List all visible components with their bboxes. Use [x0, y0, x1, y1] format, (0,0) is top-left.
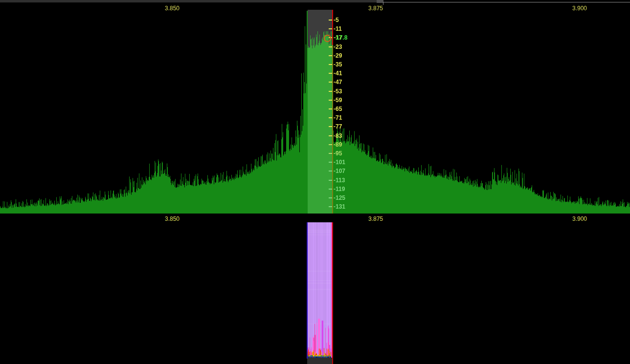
freq-label: 3.850 — [165, 216, 180, 222]
db-axis-label: -125 — [334, 195, 345, 201]
db-axis-label: -95 — [334, 150, 342, 156]
freq-label: 3.850 — [165, 5, 180, 11]
tuning-line[interactable] — [332, 10, 333, 45]
freq-label: 3.875 — [368, 216, 383, 222]
db-axis-label: -47 — [334, 79, 342, 85]
db-axis-label: -11 — [334, 26, 342, 32]
db-axis-label: -5 — [334, 17, 339, 23]
db-axis-label: -65 — [334, 106, 342, 112]
db-axis-label: -77 — [334, 124, 342, 129]
tuning-line-waterfall[interactable] — [332, 222, 333, 364]
peak-marker-icon — [324, 35, 331, 42]
frequency-scale-bottom: 3.8503.8753.900 — [0, 214, 630, 222]
waterfall-panel — [0, 222, 630, 364]
db-axis-label: -71 — [334, 115, 342, 121]
tuning-line-over-spectrum[interactable] — [332, 45, 333, 214]
freq-label: 3.900 — [572, 216, 587, 222]
freq-label: 3.875 — [368, 5, 383, 11]
db-axis-label: -131 — [334, 204, 345, 210]
db-axis-label: -35 — [334, 62, 342, 67]
db-axis-label: -113 — [334, 177, 345, 183]
db-axis-label: -89 — [334, 142, 342, 148]
spectrum-canvas[interactable] — [0, 0, 630, 214]
waterfall-canvas[interactable] — [0, 222, 630, 364]
freq-label: 3.900 — [572, 5, 587, 11]
db-axis-label: -119 — [334, 186, 345, 192]
db-axis-label: -41 — [334, 70, 342, 76]
db-axis-label: -101 — [334, 159, 345, 165]
db-axis-label: -23 — [334, 44, 342, 50]
db-axis-label: -83 — [334, 133, 342, 139]
spectrum-panel: 3.8503.8753.900 -5-11-17-23-29-35-41-47-… — [0, 0, 630, 214]
peak-value-label: -17.8 — [334, 34, 347, 41]
db-axis-label: -59 — [334, 97, 342, 103]
db-axis-label: -53 — [334, 88, 342, 94]
db-axis-label: -29 — [334, 53, 342, 59]
band-edge-left[interactable] — [307, 222, 308, 359]
db-axis-label: -107 — [334, 168, 345, 174]
sdr-app-window: 3.8503.8753.900 -5-11-17-23-29-35-41-47-… — [0, 0, 630, 364]
